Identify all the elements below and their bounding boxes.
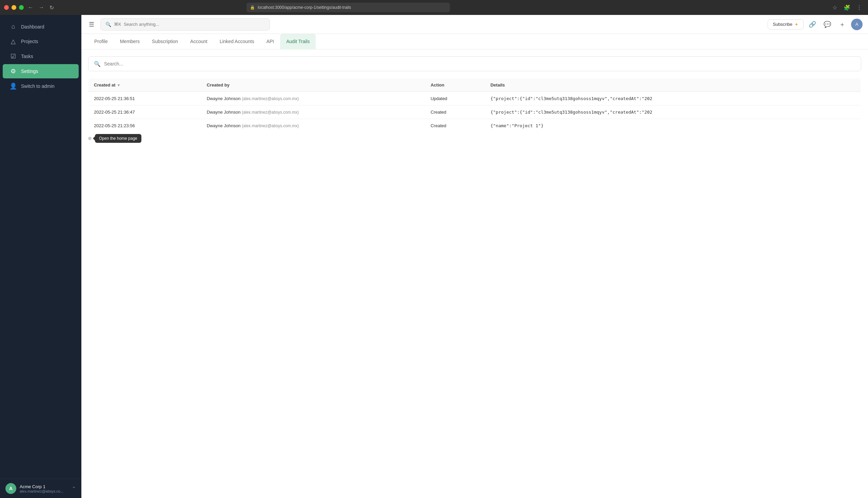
cell-created-at: 2022-05-25 21:23:56	[89, 119, 201, 133]
user-email: alex.martinez@absys.co...	[20, 489, 68, 493]
org-avatar-letter: A	[9, 486, 13, 491]
switch-admin-icon: 👤	[10, 82, 17, 90]
scroll-indicator	[88, 137, 92, 140]
creator-email: (alex.martinez@absys.com.mx)	[242, 96, 299, 101]
sidebar: ⌂ Dashboard △ Projects ☑ Tasks ⚙ Setting…	[0, 15, 81, 498]
sidebar-label-projects: Projects	[21, 39, 38, 44]
lock-icon: 🔒	[250, 5, 255, 10]
sidebar-item-tasks[interactable]: ☑ Tasks	[3, 49, 79, 63]
cell-created-at: 2022-05-25 21:36:47	[89, 105, 201, 119]
org-avatar: A	[5, 483, 16, 494]
table-row: 2022-05-25 21:23:56 Dwayne Johnson (alex…	[89, 119, 861, 133]
topbar-search-icon: 🔍	[105, 22, 111, 27]
cell-created-by: Dwayne Johnson (alex.martinez@absys.com.…	[201, 119, 425, 133]
add-icon-btn[interactable]: ＋	[836, 18, 848, 30]
sidebar-label-switch-admin: Switch to admin	[21, 83, 55, 89]
col-details: Details	[485, 78, 861, 92]
content-search-bar[interactable]: 🔍	[88, 56, 861, 71]
sidebar-item-projects[interactable]: △ Projects	[3, 34, 79, 49]
org-name: Acme Corp 1	[20, 484, 68, 489]
topbar-search-input[interactable]	[114, 22, 265, 27]
cell-action: Created	[425, 105, 485, 119]
browser-chrome: ← → ↻ 🔒 localhost:3000/app/acme-corp-1/s…	[0, 0, 868, 15]
sidebar-user-info: Acme Corp 1 alex.martinez@absys.co...	[20, 484, 68, 493]
main-content: ☰ 🔍 Subscribe ✦ 🔗 💬 ＋ A Profile	[81, 15, 868, 498]
sidebar-label-dashboard: Dashboard	[21, 24, 44, 29]
creator-email: (alex.martinez@absys.com.mx)	[242, 123, 299, 128]
tooltip-area: Open the home page	[88, 137, 92, 140]
browser-url: localhost:3000/app/acme-corp-1/settings/…	[258, 5, 351, 10]
tab-members[interactable]: Members	[114, 34, 146, 50]
comment-icon-btn[interactable]: 💬	[821, 18, 833, 30]
sidebar-nav: ⌂ Dashboard △ Projects ☑ Tasks ⚙ Setting…	[0, 15, 81, 479]
sidebar-chevron-icon: ⌃	[72, 486, 76, 491]
topbar-search-bar[interactable]: 🔍	[101, 18, 270, 30]
settings-icon: ⚙	[10, 67, 17, 75]
cell-details: {"project":{"id":"cl3me5utq3138gohsoss1m…	[485, 92, 861, 105]
table-row: 2022-05-25 21:36:51 Dwayne Johnson (alex…	[89, 92, 861, 105]
browser-actions: ☆ 🧩 ⋮	[830, 3, 864, 12]
creator-name: Dwayne Johnson	[207, 96, 241, 101]
browser-forward-btn[interactable]: →	[37, 3, 45, 12]
creator-name: Dwayne Johnson	[207, 123, 241, 128]
browser-address-bar[interactable]: 🔒 localhost:3000/app/acme-corp-1/setting…	[246, 3, 450, 12]
browser-maximize-btn[interactable]	[19, 5, 24, 10]
col-created-by: Created by	[201, 78, 425, 92]
browser-reload-btn[interactable]: ↻	[48, 3, 55, 12]
subscribe-button[interactable]: Subscribe ✦	[767, 19, 804, 29]
topbar-actions: Subscribe ✦ 🔗 💬 ＋ A	[767, 18, 863, 30]
sidebar-footer[interactable]: A Acme Corp 1 alex.martinez@absys.co... …	[0, 479, 81, 498]
content-area: 🔍 Created at ▼ Created by	[81, 50, 868, 498]
projects-icon: △	[10, 38, 17, 45]
link-icon-btn[interactable]: 🔗	[806, 18, 818, 30]
page-tabs: Profile Members Subscription Account Lin…	[81, 34, 868, 50]
browser-menu-btn[interactable]: ⋮	[854, 3, 864, 12]
cell-created-by: Dwayne Johnson (alex.martinez@absys.com.…	[201, 92, 425, 105]
topbar-menu-btn[interactable]: ☰	[87, 19, 96, 30]
cell-created-by: Dwayne Johnson (alex.martinez@absys.com.…	[201, 105, 425, 119]
home-page-tooltip: Open the home page	[95, 134, 142, 143]
audit-table: Created at ▼ Created by Action Details	[88, 78, 861, 133]
creator-email: (alex.martinez@absys.com.mx)	[242, 110, 299, 115]
tab-linked-accounts[interactable]: Linked Accounts	[214, 34, 261, 50]
table-row: 2022-05-25 21:36:47 Dwayne Johnson (alex…	[89, 105, 861, 119]
sidebar-label-settings: Settings	[21, 68, 38, 74]
col-action: Action	[425, 78, 485, 92]
tab-api[interactable]: API	[261, 34, 280, 50]
cell-action: Created	[425, 119, 485, 133]
app-container: ⌂ Dashboard △ Projects ☑ Tasks ⚙ Setting…	[0, 15, 868, 498]
browser-minimize-btn[interactable]	[12, 5, 16, 10]
content-search-input[interactable]	[104, 61, 855, 66]
browser-star-btn[interactable]: ☆	[830, 3, 840, 12]
cell-details: {"project":{"id":"cl3me5utq3138gohsoss1m…	[485, 105, 861, 119]
browser-back-btn[interactable]: ←	[26, 3, 35, 12]
content-search-icon: 🔍	[94, 61, 101, 67]
sidebar-label-tasks: Tasks	[21, 54, 33, 59]
col-created-at[interactable]: Created at ▼	[89, 78, 201, 92]
creator-name: Dwayne Johnson	[207, 109, 241, 115]
sort-icon: ▼	[117, 83, 121, 87]
home-icon: ⌂	[10, 23, 17, 30]
browser-extensions-btn[interactable]: 🧩	[842, 3, 852, 12]
subscribe-label: Subscribe	[773, 22, 792, 27]
subscribe-star-icon: ✦	[794, 22, 799, 27]
sidebar-item-switch-admin[interactable]: 👤 Switch to admin	[3, 79, 79, 93]
sidebar-item-settings[interactable]: ⚙ Settings	[3, 64, 79, 78]
tab-subscription[interactable]: Subscription	[146, 34, 184, 50]
topbar: ☰ 🔍 Subscribe ✦ 🔗 💬 ＋ A	[81, 15, 868, 34]
browser-close-btn[interactable]	[4, 5, 9, 10]
tab-profile[interactable]: Profile	[88, 34, 114, 50]
cell-created-at: 2022-05-25 21:36:51	[89, 92, 201, 105]
cell-action: Updated	[425, 92, 485, 105]
tab-account[interactable]: Account	[184, 34, 214, 50]
tasks-icon: ☑	[10, 53, 17, 60]
tab-audit-trails[interactable]: Audit Trails	[280, 34, 316, 50]
sidebar-item-dashboard[interactable]: ⌂ Dashboard	[3, 20, 79, 34]
table-header-row: Created at ▼ Created by Action Details	[89, 78, 861, 92]
user-avatar[interactable]: A	[851, 19, 863, 30]
cell-details: {"name":"Project 1"}	[485, 119, 861, 133]
